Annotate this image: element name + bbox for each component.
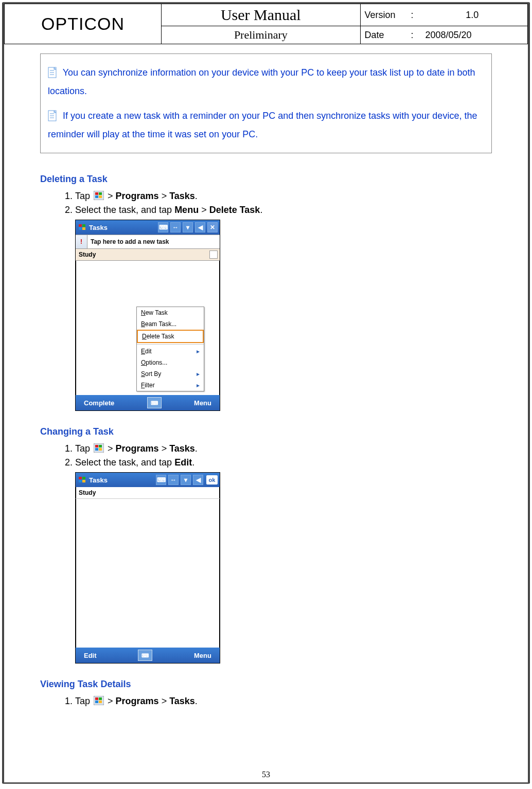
page-number: 53: [4, 770, 528, 779]
svg-rect-15: [79, 227, 82, 230]
sync-icon[interactable]: ↔: [170, 222, 181, 232]
keyboard-icon[interactable]: ⌨: [156, 475, 166, 485]
svg-rect-19: [99, 445, 102, 447]
screenshot-tasks-edit: Tasks ⌨ ↔ ▾ ◀ ok Study Edit ⌨ Menu: [75, 472, 220, 664]
task-row[interactable]: Study: [76, 249, 220, 261]
document-header: OPTICON User Manual Version : 1.0 Prelim…: [4, 4, 528, 44]
titlebar-title: Tasks: [89, 224, 108, 231]
keyboard-icon[interactable]: ⌨: [138, 650, 152, 661]
doc-title: User Manual: [162, 4, 360, 26]
doc-subtitle: Preliminary: [162, 26, 360, 44]
note-icon: [48, 110, 58, 122]
windows-flag-icon: [78, 223, 87, 231]
heading-viewing: Viewing Task Details: [40, 679, 492, 690]
note-text-2: If you create a new task with a reminder…: [48, 111, 477, 139]
changing-step-1: Tap > Programs > Tasks.: [75, 442, 492, 456]
new-task-input[interactable]: ! Tap here to add a new task: [76, 235, 220, 249]
titlebar-title: Tasks: [89, 476, 108, 484]
svg-rect-12: [99, 195, 102, 198]
windows-flag-icon: [94, 443, 104, 455]
svg-rect-28: [99, 697, 102, 700]
date-label: Date: [365, 30, 411, 41]
close-icon[interactable]: ✕: [207, 222, 218, 232]
heading-deleting: Deleting a Task: [40, 174, 492, 185]
sync-icon[interactable]: ↔: [168, 475, 179, 485]
keyboard-icon[interactable]: ⌨: [147, 397, 162, 408]
svg-rect-20: [95, 448, 98, 451]
svg-rect-22: [79, 477, 82, 479]
signal-icon[interactable]: ▾: [183, 222, 193, 232]
note-box: You can synchronize information on your …: [40, 53, 492, 153]
signal-icon[interactable]: ▾: [181, 475, 191, 485]
svg-rect-18: [95, 445, 98, 447]
heading-changing: Changing a Task: [40, 426, 492, 437]
context-menu: New Task Beam Task... Delete Task Edit▸ …: [136, 307, 204, 391]
menu-new-task[interactable]: New Task: [137, 307, 204, 318]
svg-rect-13: [79, 224, 82, 227]
menu-beam-task[interactable]: Beam Task...: [137, 318, 204, 330]
brand: OPTICON: [5, 4, 162, 44]
svg-rect-11: [95, 195, 98, 198]
menu-sort-by[interactable]: Sort By▸: [137, 368, 204, 380]
windows-flag-icon: [94, 191, 104, 203]
windows-flag-icon: [94, 696, 104, 708]
date-row: Date : 2008/05/20: [360, 26, 527, 44]
svg-rect-25: [82, 480, 85, 482]
svg-rect-14: [82, 224, 85, 227]
keyboard-icon[interactable]: ⌨: [158, 222, 168, 232]
softkey-right[interactable]: Menu: [194, 652, 211, 659]
viewing-step-1: Tap > Programs > Tasks.: [75, 695, 492, 709]
version-value: 1.0: [421, 10, 523, 21]
menu-delete-task[interactable]: Delete Task: [137, 330, 204, 343]
menu-filter[interactable]: Filter▸: [137, 380, 204, 391]
softkey-right[interactable]: Menu: [194, 399, 211, 407]
version-row: Version : 1.0: [360, 4, 527, 26]
svg-rect-27: [95, 697, 98, 700]
svg-rect-9: [95, 192, 98, 195]
svg-rect-29: [95, 701, 98, 703]
windows-flag-icon: [78, 476, 87, 484]
version-label: Version: [365, 10, 411, 21]
volume-icon[interactable]: ◀: [193, 475, 203, 485]
softkey-left[interactable]: Complete: [84, 399, 114, 407]
note-icon: [48, 67, 58, 79]
svg-rect-16: [82, 227, 85, 230]
screenshot-tasks-delete: Tasks ⌨ ↔ ▾ ◀ ✕ ! Tap here to add a new …: [75, 220, 220, 411]
svg-rect-23: [82, 477, 85, 479]
svg-rect-30: [99, 701, 102, 703]
volume-icon[interactable]: ◀: [195, 222, 205, 232]
date-value: 2008/05/20: [421, 30, 523, 41]
svg-rect-21: [99, 448, 102, 451]
task-title: Study: [76, 487, 220, 499]
menu-edit[interactable]: Edit▸: [137, 346, 204, 357]
softkey-left[interactable]: Edit: [84, 652, 97, 659]
deleting-step-2: Select the task, and tap Menu > Delete T…: [75, 204, 492, 217]
svg-rect-24: [79, 480, 82, 482]
ok-button[interactable]: ok: [206, 475, 218, 485]
deleting-step-1: Tap > Programs > Tasks.: [75, 190, 492, 204]
menu-options[interactable]: Options...: [137, 357, 204, 368]
svg-rect-10: [99, 192, 102, 195]
note-text-1: You can synchronize information on your …: [48, 67, 475, 96]
changing-step-2: Select the task, and tap Edit.: [75, 456, 492, 469]
